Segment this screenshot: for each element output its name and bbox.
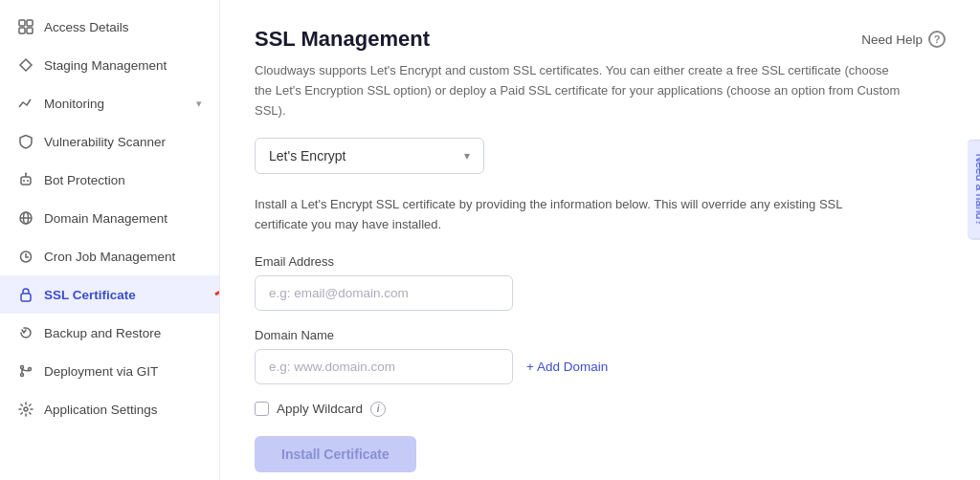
sidebar-label: Access Details [44,20,129,34]
sidebar-label: Bot Protection [44,173,125,187]
sidebar-label: Vulnerability Scanner [44,135,166,149]
help-circle-icon: ? [928,31,946,48]
main-content: SSL Management Need Help ? Cloudways sup… [220,0,980,480]
sidebar-item-application-settings[interactable]: Application Settings [0,390,219,428]
lock-icon [17,286,34,303]
svg-rect-13 [21,294,31,301]
sidebar-label: Monitoring [44,97,104,111]
sidebar-item-monitoring[interactable]: Monitoring ▾ [0,84,219,122]
wildcard-label: Apply Wildcard [277,402,363,416]
chevron-down-icon: ▾ [196,98,202,110]
svg-point-15 [21,366,24,369]
diamond-icon [17,56,34,74]
wildcard-info-icon[interactable]: i [370,402,386,417]
clock-icon [17,248,34,265]
need-help-link[interactable]: Need Help ? [861,31,946,48]
sidebar-label: Backup and Restore [44,326,161,340]
svg-point-5 [23,180,25,182]
page-description: Cloudways supports Let's Encrypt and cus… [255,61,905,120]
sidebar-label: Deployment via GIT [44,364,158,379]
wildcard-checkbox[interactable] [255,402,269,416]
install-certificate-button[interactable]: Install Certificate [255,436,416,472]
svg-point-6 [27,180,29,182]
ssl-type-dropdown[interactable]: Let's Encrypt ▾ [255,138,484,174]
domain-input[interactable] [255,349,513,384]
sidebar-item-bot-protection[interactable]: Bot Protection [0,161,219,199]
bot-icon [17,171,34,188]
need-a-hand-label: Need a hand? [973,154,981,226]
chart-icon [17,95,34,112]
shield-icon [17,133,34,150]
sidebar-item-vulnerability-scanner[interactable]: Vulnerability Scanner [0,122,219,161]
install-notice: Install a Let's Encrypt SSL certificate … [255,195,886,235]
svg-rect-3 [27,28,33,33]
sidebar-label: SSL Certificate [44,288,136,302]
svg-point-8 [25,173,27,175]
sidebar: Access Details Staging Management Monito… [0,0,220,480]
wildcard-row: Apply Wildcard i [255,402,946,417]
ssl-type-dropdown-wrapper: Let's Encrypt ▾ [255,138,946,174]
sidebar-item-domain-management[interactable]: Domain Management [0,199,219,237]
add-domain-link[interactable]: + Add Domain [526,360,608,374]
domain-label: Domain Name [255,328,946,342]
svg-point-16 [21,374,24,377]
svg-rect-1 [27,20,33,26]
page-header: SSL Management Need Help ? [255,27,946,52]
sidebar-label: Cron Job Management [44,250,175,264]
svg-point-19 [24,407,28,411]
domain-form-group: Domain Name + Add Domain [255,328,946,384]
domain-row: + Add Domain [255,349,946,384]
git-icon [17,362,34,380]
ssl-dropdown-value: Let's Encrypt [269,148,346,164]
need-help-label: Need Help [861,33,923,47]
email-input[interactable] [255,275,513,311]
sidebar-label: Domain Management [44,211,167,226]
svg-rect-0 [19,20,25,26]
page-title: SSL Management [255,27,430,52]
need-a-hand-tab[interactable]: Need a hand? [968,140,981,240]
sidebar-item-staging-management[interactable]: Staging Management [0,46,219,84]
sidebar-item-deployment-via-git[interactable]: Deployment via GIT [0,352,219,390]
grid-icon [17,18,34,35]
sidebar-item-backup-and-restore[interactable]: Backup and Restore [0,314,219,352]
svg-rect-4 [21,177,31,185]
email-form-group: Email Address [255,254,946,311]
globe-icon [17,209,34,227]
sidebar-item-access-details[interactable]: Access Details [0,8,219,46]
dropdown-chevron-icon: ▾ [464,149,470,163]
sidebar-label: Staging Management [44,58,167,73]
restore-icon [17,324,34,341]
sidebar-item-ssl-certificate[interactable]: SSL Certificate [0,275,219,314]
settings-icon [17,401,34,418]
sidebar-label: Application Settings [44,403,158,417]
active-arrow-indicator [213,281,220,308]
sidebar-item-cron-job-management[interactable]: Cron Job Management [0,237,219,275]
svg-rect-2 [19,28,25,33]
email-label: Email Address [255,254,946,269]
